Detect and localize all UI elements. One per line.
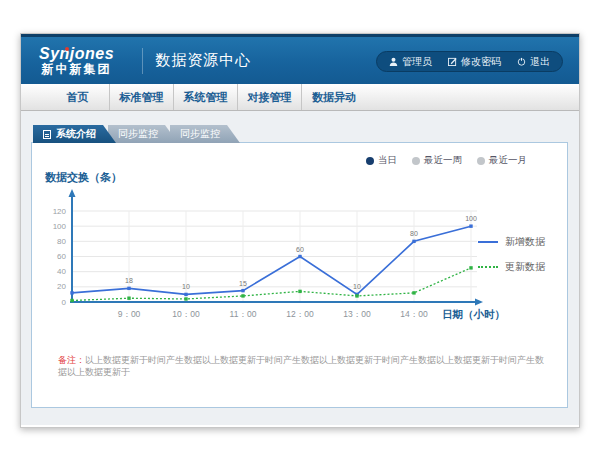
tab-bar: 系统介绍 同步监控 同步监控 <box>33 125 232 143</box>
svg-text:80: 80 <box>410 230 418 237</box>
app-window: Synjones 新中新集团 数据资源中心 管理员 修改密码 退出 首页 标准管… <box>20 33 580 428</box>
svg-text:60: 60 <box>57 252 66 261</box>
note-text: 以上数据更新于时间产生数据以上数据更新于时间产生数据以上数据更新于时间产生数据以… <box>58 355 544 377</box>
svg-text:14：00: 14：00 <box>400 309 428 319</box>
current-user-label: 管理员 <box>402 55 432 69</box>
svg-text:100: 100 <box>465 215 477 222</box>
logo-secondary-text: 新中新集团 <box>39 63 114 76</box>
tab-label: 同步监控 <box>180 127 220 141</box>
nav-item-interface-mgmt[interactable]: 对接管理 <box>238 84 302 110</box>
radio-dot-icon <box>366 157 374 165</box>
edit-icon <box>448 57 457 66</box>
logo-primary-text: Synjones <box>39 46 114 63</box>
svg-text:120: 120 <box>53 207 67 216</box>
svg-text:10: 10 <box>182 283 190 290</box>
svg-text:15: 15 <box>239 280 247 287</box>
note-prefix: 备注： <box>58 355 85 365</box>
radio-dot-icon <box>412 157 420 165</box>
user-toolbar: 管理员 修改密码 退出 <box>376 51 563 72</box>
radio-last-week[interactable]: 最近一周 <box>412 154 462 167</box>
chart-y-axis-title: 数据交换（条） <box>45 170 122 185</box>
svg-text:60: 60 <box>296 246 304 253</box>
nav-item-home[interactable]: 首页 <box>46 84 110 110</box>
change-password-label: 修改密码 <box>461 55 501 69</box>
nav-item-standard-mgmt[interactable]: 标准管理 <box>110 84 174 110</box>
change-password-button[interactable]: 修改密码 <box>448 55 501 69</box>
legend-label: 更新数据 <box>505 260 545 274</box>
user-icon <box>389 57 398 66</box>
footer-note: 备注：以上数据更新于时间产生数据以上数据更新于时间产生数据以上数据更新于时间产生… <box>58 355 548 378</box>
power-icon <box>517 57 526 66</box>
svg-text:0: 0 <box>62 298 67 307</box>
content-area: 系统介绍 同步监控 同步监控 当日 最近一周 <box>21 111 579 425</box>
tab-system-intro[interactable]: 系统介绍 <box>33 125 116 143</box>
chart-panel: 当日 最近一周 最近一月 数据交换（条） 0204060801001209：00… <box>31 142 568 408</box>
logo-red-dot-icon <box>65 47 69 51</box>
time-range-filter: 当日 最近一周 最近一月 <box>366 154 527 167</box>
blue-line-sample-icon <box>478 241 498 243</box>
app-header: Synjones 新中新集团 数据资源中心 管理员 修改密码 退出 <box>21 34 579 84</box>
svg-text:日期（小时）: 日期（小时） <box>442 308 505 321</box>
logout-button[interactable]: 退出 <box>517 55 550 69</box>
tab-label: 系统介绍 <box>56 127 96 141</box>
radio-label: 最近一月 <box>489 154 527 167</box>
radio-today[interactable]: 当日 <box>366 154 397 167</box>
legend-label: 新增数据 <box>505 235 545 249</box>
radio-label: 最近一周 <box>424 154 462 167</box>
svg-text:10: 10 <box>353 283 361 290</box>
legend-item-update-data[interactable]: 更新数据 <box>478 260 545 274</box>
svg-text:11：00: 11：00 <box>230 309 257 319</box>
nav-item-system-mgmt[interactable]: 系统管理 <box>174 84 238 110</box>
radio-dot-icon <box>477 157 485 165</box>
nav-item-data-change[interactable]: 数据异动 <box>302 84 366 110</box>
tab-sync-monitor-1[interactable]: 同步监控 <box>108 125 178 143</box>
svg-text:10：00: 10：00 <box>172 309 200 319</box>
svg-text:12：00: 12：00 <box>286 309 314 319</box>
tab-sync-monitor-2[interactable]: 同步监控 <box>170 125 240 143</box>
svg-text:9：00: 9：00 <box>118 309 141 319</box>
svg-text:100: 100 <box>53 222 67 231</box>
radio-label: 当日 <box>378 154 397 167</box>
legend-item-new-data[interactable]: 新增数据 <box>478 235 545 249</box>
svg-text:13：00: 13：00 <box>343 309 371 319</box>
chart-legend: 新增数据 更新数据 <box>478 235 545 285</box>
svg-text:40: 40 <box>57 267 66 276</box>
radio-last-month[interactable]: 最近一月 <box>477 154 527 167</box>
green-dotted-sample-icon <box>478 266 498 268</box>
svg-text:18: 18 <box>125 277 133 284</box>
company-logo: Synjones 新中新集团 <box>39 46 130 75</box>
page-title: 数据资源中心 <box>155 51 251 70</box>
main-nav: 首页 标准管理 系统管理 对接管理 数据异动 <box>21 84 579 111</box>
header-divider <box>142 48 143 74</box>
document-icon <box>43 130 51 139</box>
current-user[interactable]: 管理员 <box>389 55 432 69</box>
svg-text:20: 20 <box>57 282 66 291</box>
svg-text:80: 80 <box>57 237 66 246</box>
tab-label: 同步监控 <box>118 127 158 141</box>
logout-label: 退出 <box>530 55 550 69</box>
